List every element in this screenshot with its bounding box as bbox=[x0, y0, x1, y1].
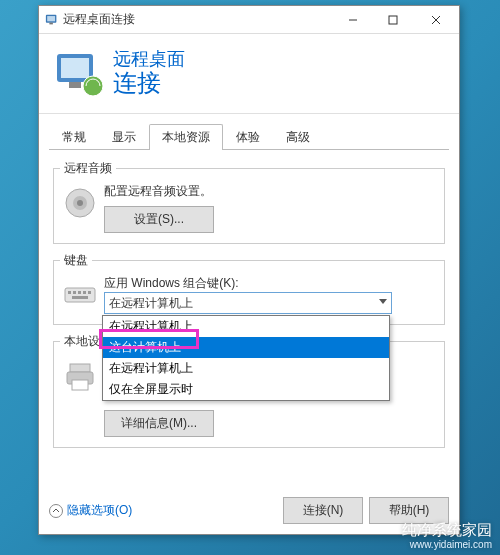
combo-value: 在远程计算机上 bbox=[109, 295, 193, 312]
printer-icon bbox=[62, 358, 98, 394]
speaker-icon bbox=[62, 185, 98, 221]
window-title: 远程桌面连接 bbox=[63, 11, 333, 28]
svg-rect-1 bbox=[47, 16, 55, 21]
header-label1: 远程桌面 bbox=[113, 50, 185, 70]
svg-rect-16 bbox=[68, 291, 71, 294]
tab-display[interactable]: 显示 bbox=[99, 124, 149, 150]
app-icon bbox=[45, 13, 59, 27]
rdp-window: 远程桌面连接 远程桌面 连接 bbox=[38, 5, 460, 535]
svg-rect-20 bbox=[88, 291, 91, 294]
more-devices-button[interactable]: 详细信息(M)... bbox=[104, 410, 214, 437]
footer: 隐藏选项(O) 连接(N) 帮助(H) bbox=[49, 497, 449, 524]
svg-rect-18 bbox=[78, 291, 81, 294]
audio-settings-button[interactable]: 设置(S)... bbox=[104, 206, 214, 233]
svg-rect-17 bbox=[73, 291, 76, 294]
keyboard-label: 应用 Windows 组合键(K): bbox=[104, 275, 438, 292]
watermark: 纯净系统家园 www.yidaimei.com bbox=[402, 521, 492, 551]
svg-rect-19 bbox=[83, 291, 86, 294]
tab-panel: 远程音频 配置远程音频设置。 设置(S)... 键盘 应用 Windows 组合… bbox=[49, 149, 449, 479]
header: 远程桌面 连接 bbox=[39, 34, 459, 114]
tab-advanced[interactable]: 高级 bbox=[273, 124, 323, 150]
group-keyboard: 键盘 应用 Windows 组合键(K): 在远程计算机上 在远程计算机上 这台… bbox=[53, 252, 445, 325]
legend-remote-audio: 远程音频 bbox=[60, 160, 116, 177]
tab-local-resources[interactable]: 本地资源 bbox=[149, 124, 223, 150]
hide-options-toggle[interactable]: 隐藏选项(O) bbox=[49, 502, 132, 519]
titlebar[interactable]: 远程桌面连接 bbox=[39, 6, 459, 34]
svg-rect-21 bbox=[72, 296, 88, 299]
keyboard-combo[interactable]: 在远程计算机上 bbox=[104, 292, 392, 314]
group-remote-audio: 远程音频 配置远程音频设置。 设置(S)... bbox=[53, 160, 445, 244]
rdp-hero-icon bbox=[53, 48, 105, 100]
tab-experience[interactable]: 体验 bbox=[223, 124, 273, 150]
chevron-down-icon bbox=[379, 299, 387, 304]
watermark-text: 纯净系统家园 bbox=[402, 521, 492, 539]
option-remote[interactable]: 在远程计算机上 bbox=[103, 316, 389, 337]
hide-options-label: 隐藏选项(O) bbox=[67, 502, 132, 519]
help-button[interactable]: 帮助(H) bbox=[369, 497, 449, 524]
legend-keyboard: 键盘 bbox=[60, 252, 92, 269]
option-remote2[interactable]: 在远程计算机上 bbox=[103, 358, 389, 379]
keyboard-icon bbox=[62, 277, 98, 313]
minimize-button[interactable] bbox=[333, 6, 373, 33]
maximize-button[interactable] bbox=[373, 6, 413, 33]
remote-audio-text: 配置远程音频设置。 bbox=[104, 183, 438, 200]
option-local[interactable]: 这台计算机上 bbox=[103, 337, 389, 358]
svg-rect-15 bbox=[65, 288, 95, 302]
svg-rect-24 bbox=[72, 380, 88, 390]
chevron-up-icon bbox=[49, 504, 63, 518]
close-button[interactable] bbox=[413, 6, 459, 33]
svg-rect-9 bbox=[69, 82, 81, 88]
svg-point-14 bbox=[77, 200, 83, 206]
watermark-url: www.yidaimei.com bbox=[402, 539, 492, 551]
tabstrip: 常规 显示 本地资源 体验 高级 bbox=[39, 114, 459, 150]
svg-rect-22 bbox=[70, 364, 90, 372]
header-label2: 连接 bbox=[113, 70, 185, 96]
svg-rect-2 bbox=[49, 22, 53, 24]
tab-general[interactable]: 常规 bbox=[49, 124, 99, 150]
svg-rect-4 bbox=[389, 16, 397, 24]
connect-button[interactable]: 连接(N) bbox=[283, 497, 363, 524]
option-fullscreen[interactable]: 仅在全屏显示时 bbox=[103, 379, 389, 400]
keyboard-dropdown: 在远程计算机上 这台计算机上 在远程计算机上 仅在全屏显示时 bbox=[102, 315, 390, 401]
svg-rect-8 bbox=[61, 58, 89, 78]
